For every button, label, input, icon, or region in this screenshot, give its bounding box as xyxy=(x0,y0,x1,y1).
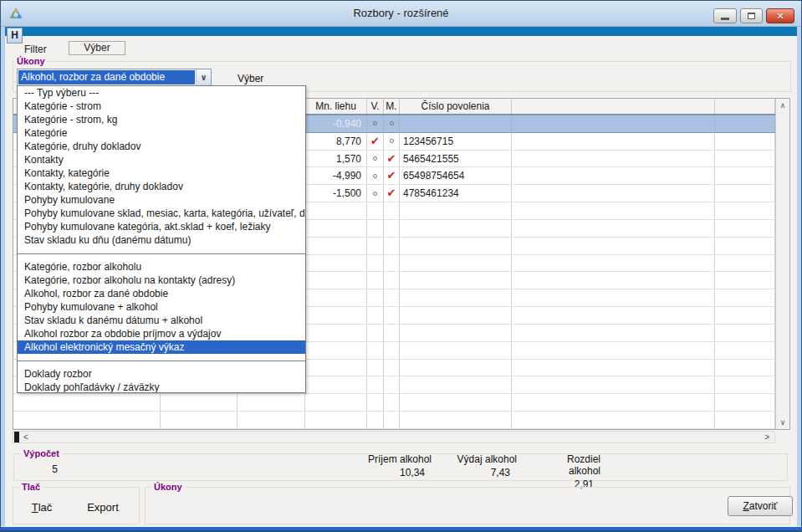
vypocet-count-value: 5 xyxy=(26,463,58,475)
dropdown-item[interactable]: Kategórie, rozbor alkoholu na kontakty (… xyxy=(18,274,305,287)
table-cell xyxy=(305,289,367,306)
scroll-down-icon[interactable]: ∨ xyxy=(780,418,786,427)
export-button[interactable]: Export xyxy=(78,501,128,514)
table-cell xyxy=(715,325,775,341)
column-header[interactable]: V. xyxy=(367,99,384,114)
table-cell xyxy=(384,342,400,359)
window-border-right xyxy=(797,27,801,526)
checkmark-icon: ✔ xyxy=(370,137,380,146)
table-cell xyxy=(384,255,400,272)
table-cell xyxy=(13,394,161,411)
table-cell xyxy=(715,133,775,150)
table-cell xyxy=(238,412,305,428)
dropdown-item[interactable]: Kategórie - strom, kg xyxy=(18,113,305,126)
column-header[interactable] xyxy=(715,99,775,114)
dropdown-item[interactable]: Kategórie, druhy dokladov xyxy=(18,140,305,153)
table-cell xyxy=(400,220,512,237)
table-cell: 1,570 xyxy=(305,151,367,167)
table-cell xyxy=(305,394,367,411)
print-button[interactable]: Tlač xyxy=(23,501,61,514)
ring-icon xyxy=(373,121,377,125)
table-cell xyxy=(512,151,715,167)
column-header[interactable]: Číslo povolenia xyxy=(400,99,512,114)
table-cell xyxy=(305,307,367,324)
horizontal-scrollbar[interactable]: < > xyxy=(13,431,775,443)
dropdown-item[interactable]: Alkohol, rozbor za dané obdobie xyxy=(18,287,305,300)
table-cell xyxy=(715,272,775,289)
table-cell-ring xyxy=(367,151,384,167)
report-type-combobox[interactable]: Alkohol, rozbor za dané obdobie ∨ xyxy=(17,69,212,86)
column-header[interactable] xyxy=(512,99,715,114)
table-cell-ring xyxy=(367,115,384,132)
table-cell xyxy=(384,325,400,341)
table-cell xyxy=(367,220,384,237)
zatvorit-button[interactable]: Zatvoriť xyxy=(728,496,793,516)
vyber-action-label[interactable]: Výber xyxy=(238,73,263,84)
close-window-button[interactable]: ✕ xyxy=(766,8,794,23)
table-cell: 65498754654 xyxy=(400,167,512,184)
maximize-button[interactable] xyxy=(740,8,763,23)
dropdown-item[interactable]: Kontakty, kategórie xyxy=(18,166,305,180)
table-cell xyxy=(305,238,367,254)
dropdown-item[interactable]: Kategórie, rozbor alkoholu xyxy=(18,260,305,274)
table-cell xyxy=(305,202,367,219)
dropdown-item[interactable]: Kategórie xyxy=(18,126,305,140)
table-cell: 4785461234 xyxy=(400,185,512,202)
scroll-right-icon[interactable]: > xyxy=(764,432,769,442)
table-row[interactable] xyxy=(13,412,775,429)
dropdown-separator xyxy=(18,247,305,260)
summary-value: 7,43 xyxy=(452,467,517,478)
column-header[interactable]: M. xyxy=(384,99,400,114)
dropdown-item[interactable]: Doklady pohľadávky / záväzky xyxy=(18,381,305,393)
dropdown-item[interactable]: --- Typ výberu --- xyxy=(18,86,305,100)
scrollbar-corner xyxy=(775,431,790,443)
table-cell xyxy=(715,376,775,393)
dropdown-item[interactable]: Alkohol rozbor za obdobie príjmov a výda… xyxy=(18,327,305,340)
vertical-scrollbar[interactable]: ∧ ∨ xyxy=(775,99,789,429)
dropdown-item[interactable]: Stav skladu ku dňu (danému dátumu) xyxy=(18,233,305,247)
table-cell xyxy=(367,342,384,359)
table-row[interactable] xyxy=(13,394,775,412)
summary-label: Rozdiel alkohol xyxy=(535,453,600,477)
tab-vyber[interactable]: Výber xyxy=(69,41,125,55)
dropdown-item[interactable]: Pohyby kumulovane kategória, akt.sklad +… xyxy=(18,220,305,233)
table-cell xyxy=(305,220,367,237)
dropdown-item-highlighted[interactable]: Alkohol elektronický mesačný výkaz xyxy=(18,340,305,354)
minimize-button[interactable] xyxy=(713,8,737,23)
dropdown-item[interactable]: Pohyby kumulovane + alkohol xyxy=(18,300,305,314)
table-cell xyxy=(400,238,512,254)
table-cell xyxy=(305,412,367,428)
column-header[interactable]: Mn. liehu xyxy=(305,99,367,114)
table-cell-check: ✔ xyxy=(384,167,400,184)
table-cell xyxy=(367,376,384,393)
table-cell xyxy=(367,202,384,219)
dropdown-item[interactable]: Kontakty, kategórie, druhy dokladov xyxy=(18,180,305,193)
dropdown-item[interactable]: Pohyby kumulovane xyxy=(18,193,305,207)
table-cell xyxy=(400,342,512,359)
hscroll-thumb[interactable] xyxy=(14,432,19,442)
dropdown-item[interactable]: Kontakty xyxy=(18,153,305,166)
combobox-selected-value: Alkohol, rozbor za dané obdobie xyxy=(18,70,195,84)
ring-icon xyxy=(390,121,394,125)
table-cell xyxy=(400,412,512,428)
report-type-dropdown-list: --- Typ výberu ---Kategórie - stromKateg… xyxy=(17,85,306,393)
dropdown-item[interactable]: Stav skladu k danému dátumu + alkohol xyxy=(18,314,305,327)
dropdown-item[interactable]: Doklady rozbor xyxy=(18,367,305,381)
table-cell xyxy=(512,342,715,359)
scroll-up-icon[interactable]: ∧ xyxy=(780,101,786,110)
table-cell xyxy=(400,289,512,306)
scroll-left-icon[interactable]: < xyxy=(23,432,28,442)
title-bar: Rozbory - rozšírené ✕ xyxy=(1,1,801,27)
h-toolbar-button[interactable]: H xyxy=(7,28,23,43)
table-cell xyxy=(367,325,384,341)
dropdown-item[interactable]: Kategórie - strom xyxy=(18,100,305,113)
summary-vydaj-alkohol: Výdaj alkohol 7,43 xyxy=(452,453,517,478)
chevron-down-icon[interactable]: ∨ xyxy=(196,69,211,85)
table-cell xyxy=(400,272,512,289)
vypocet-group-label: Výpočet xyxy=(21,448,62,458)
table-cell xyxy=(715,220,775,237)
tab-filter[interactable]: Filter xyxy=(24,43,47,55)
checkmark-icon: ✔ xyxy=(387,155,396,163)
table-cell xyxy=(512,202,715,219)
dropdown-item[interactable]: Pohyby kumulovane sklad, mesiac, karta, … xyxy=(18,207,305,220)
